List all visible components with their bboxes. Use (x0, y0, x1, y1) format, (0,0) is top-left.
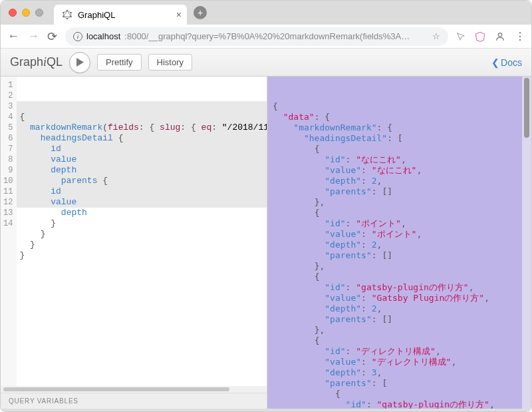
user-profile-icon[interactable] (495, 30, 505, 43)
angular-extension-icon[interactable] (475, 30, 485, 43)
reload-button[interactable]: ⟳ (47, 29, 57, 44)
window-titlebar: GraphiQL × + (1, 1, 531, 25)
cursor-extension-icon[interactable] (456, 30, 466, 43)
graphql-favicon-icon (62, 9, 72, 20)
prettify-button[interactable]: Prettify (97, 54, 141, 71)
vertical-scrollbar[interactable] (522, 77, 531, 409)
kebab-menu-icon[interactable]: ⋮ (515, 30, 525, 43)
query-code[interactable]: { markdownRemark(fields: { slug: { eq: "… (19, 112, 267, 261)
line-gutter: 1234567891011121314 (1, 77, 17, 386)
query-variables-header[interactable]: QUERY VARIABLES (1, 393, 267, 409)
execute-query-button[interactable] (69, 52, 90, 73)
browser-nav-bar: ← → ⟳ i localhost:8000/__graphql?query=%… (1, 25, 531, 49)
traffic-lights (9, 9, 43, 17)
tab-title: GraphiQL (78, 10, 115, 20)
docs-button[interactable]: ❮ Docs (491, 57, 522, 68)
graphiql-logo: GraphiQL (10, 55, 63, 69)
result-pane[interactable]: { "data": { "markdownRemark": { "heading… (267, 77, 531, 409)
svg-point-6 (498, 33, 501, 36)
query-editor-pane: 1234567891011121314 { markdownRemark(fie… (1, 77, 267, 409)
horizontal-scrollbar[interactable] (1, 386, 267, 393)
history-button[interactable]: History (148, 54, 192, 71)
back-button[interactable]: ← (7, 29, 19, 43)
bookmark-icon[interactable]: ☆ (432, 31, 440, 41)
close-window-button[interactable] (9, 9, 17, 17)
browser-tab[interactable]: GraphiQL × (54, 5, 187, 25)
new-tab-button[interactable]: + (194, 6, 207, 19)
minimize-window-button[interactable] (22, 9, 30, 17)
url-host: localhost (86, 31, 120, 41)
graphiql-main: 1234567891011121314 { markdownRemark(fie… (1, 77, 531, 409)
play-icon (76, 58, 84, 67)
query-editor[interactable]: 1234567891011121314 { markdownRemark(fie… (1, 77, 267, 386)
result-json: { "data": { "markdownRemark": { "heading… (273, 101, 526, 409)
forward-button[interactable]: → (27, 29, 39, 43)
url-input[interactable]: i localhost:8000/__graphql?query=%7B%0A%… (65, 27, 448, 46)
chevron-left-icon: ❮ (491, 57, 499, 68)
graphiql-toolbar: GraphiQL Prettify History ❮ Docs (1, 49, 531, 77)
maximize-window-button[interactable] (35, 9, 43, 17)
bottom-chrome-bar (1, 409, 531, 412)
url-path: :8000/__graphql?query=%7B%0A%20%20markdo… (124, 31, 428, 41)
close-tab-icon[interactable]: × (176, 9, 182, 20)
site-info-icon[interactable]: i (73, 32, 82, 41)
